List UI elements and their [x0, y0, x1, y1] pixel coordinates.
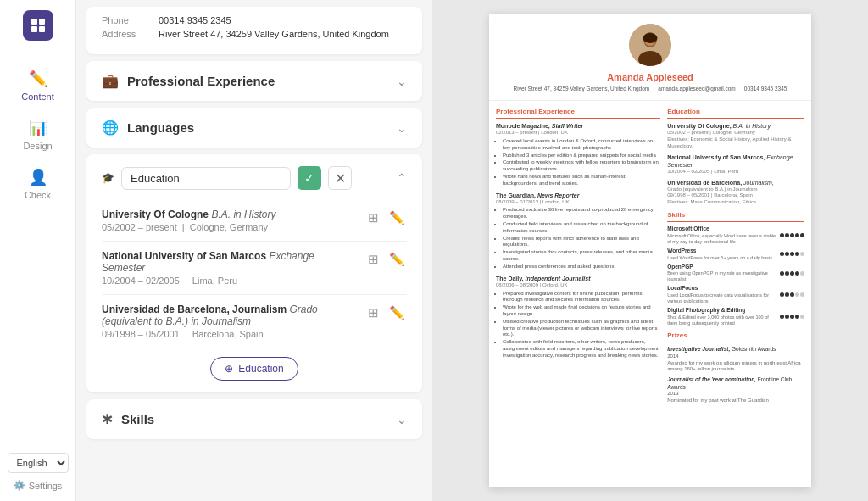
resume-prizes-title: Prizes	[667, 331, 804, 342]
settings-item[interactable]: ⚙️ Settings	[14, 480, 63, 491]
education-collapse-button[interactable]: ⌃	[397, 171, 407, 185]
resume-edu-title: Education	[667, 108, 804, 119]
add-icon: ⊕	[225, 363, 233, 375]
sidebar-item-check-label: Check	[25, 190, 51, 200]
skills-section: ✱ Skills ⌄	[86, 399, 422, 439]
languages-section: 🌐 Languages ⌄	[86, 108, 422, 148]
address-value: River Street 47, 34259 Valley Gardens, U…	[159, 29, 389, 39]
resume-skill-4: Digital Photography & EditingShot & Edit…	[667, 307, 804, 326]
resume-job-2-bullet-3: Collaborated with field reporters, other…	[503, 339, 660, 359]
resume-skill-4-dot-0	[780, 315, 784, 319]
resume-job-1-bullets: Produced exclusive 30 live reports and c…	[496, 207, 660, 270]
resume-right-column: Education University Of Cologne, B.A. in…	[667, 108, 804, 408]
resume-skill-0-dot-4	[800, 233, 804, 237]
resume-prize-1: Journalist of the Year nomination, Front…	[667, 376, 804, 404]
resume-job-1-dates: 08/2009 – 01/2013 | London, UK	[496, 199, 660, 206]
resume-skill-1-dot-4	[800, 252, 804, 256]
resume-edu-2-school: Universidad de Barcelona, Journalism,	[667, 179, 804, 186]
resume-skill-4-desc: Shot & Edited over 3,000 photos with ove…	[667, 315, 780, 326]
resume-skill-0-dot-2	[790, 233, 794, 237]
edu-entry-0-edit-button[interactable]: ✏️	[387, 209, 407, 227]
resume-skill-1-dot-0	[780, 252, 784, 256]
sidebar-item-content[interactable]: ✏️ Content	[0, 61, 75, 110]
resume-skill-3-dot-4	[800, 292, 804, 297]
education-header-left: 🎓 ✓ ✕	[102, 166, 352, 190]
resume-skill-1-desc: Used WordPress for over 5+ years on a da…	[667, 255, 772, 261]
edu-entry-0-actions: ⊞ ✏️	[366, 209, 407, 227]
graduation-icon: 🎓	[102, 172, 114, 184]
skills-header[interactable]: ✱ Skills ⌄	[102, 411, 407, 427]
edu-entry-1-edit-button[interactable]: ✏️	[387, 250, 407, 269]
education-confirm-button[interactable]: ✓	[298, 166, 321, 190]
resume-edu-2-school-name: Universidad de Barcelona,	[667, 180, 742, 186]
resume-job-0-bullet-1: Published 3 articles per edition & prepa…	[503, 153, 660, 159]
sidebar-item-design[interactable]: 📊 Design	[0, 110, 75, 159]
resume-job-0-role: Staff Writer	[552, 123, 583, 129]
resume-prize-0-desc: Awarded for my work on silicium miners i…	[667, 360, 804, 374]
education-section-header: 🎓 ✓ ✕ ⌃	[102, 166, 407, 190]
resume-job-2-dates: 08/2006 – 08/2009 | Oxford, UK	[496, 282, 660, 289]
edu-entry-0-text: University Of Cologne B.A. in History 05…	[102, 209, 358, 232]
resume-skill-4-dot-4	[800, 315, 804, 319]
edu-entry-1-date: 10/2004 – 02/2005	[102, 276, 180, 286]
check-icon: 👤	[29, 168, 47, 186]
avatar	[629, 24, 671, 66]
resume-job-2-bullets: Prepared investigative content for onlin…	[496, 291, 660, 359]
resume-job-2-title: The Daily, Independent Journalist	[496, 275, 660, 282]
education-close-button[interactable]: ✕	[328, 166, 352, 190]
edu-entry-2-edit-button[interactable]: ✏️	[387, 303, 407, 322]
edu-entry-1-school: National University of San Marcos	[102, 250, 266, 262]
edu-entry-1-meta: 10/2004 – 02/2005 | Lima, Peru	[102, 276, 358, 286]
resume-body: Professional Experience Monocle Magazine…	[489, 101, 811, 415]
resume-job-1-bullet-1: Conducted field interviews and researche…	[503, 221, 660, 235]
resume-prof-exp-title: Professional Experience	[496, 108, 660, 119]
edu-entry-2-drag-button[interactable]: ⊞	[366, 303, 381, 322]
language-select[interactable]: English	[8, 453, 69, 473]
resume-skill-3-dot-1	[785, 292, 789, 297]
resume-job-2-bullet-0: Prepared investigative content for onlin…	[503, 291, 660, 304]
personal-info-card: Phone 00314 9345 2345 Address River Stre…	[86, 7, 422, 54]
resume-skill-4-dot-1	[785, 315, 789, 319]
resume-skill-2-dot-1	[785, 271, 789, 276]
professional-experience-header[interactable]: 💼 Professional Experience ⌄	[102, 73, 407, 89]
resume-job-1-bullet-4: Attended press conferences and asked que…	[503, 264, 660, 270]
resume-job-0: Monocle Magazine, Staff Writer 02/2013 –…	[496, 122, 660, 186]
edu-entry-0-drag-button[interactable]: ⊞	[366, 209, 381, 227]
resume-job-0-dates: 02/2013 – present | London, UK	[496, 130, 660, 136]
sidebar-item-check[interactable]: 👤 Check	[0, 159, 75, 209]
education-title-input[interactable]	[121, 167, 291, 190]
add-education-button[interactable]: ⊕ Education	[210, 357, 298, 381]
resume-phone: 00314 9345 2345	[744, 86, 787, 92]
professional-experience-header-left: 💼 Professional Experience	[102, 73, 275, 89]
resume-header: Amanda Appleseed River Street 47, 34259 …	[489, 14, 811, 101]
resume-job-0-bullet-0: Covered local events in London & Oxford,…	[503, 138, 660, 152]
resume-edu-0-school-name: University Of Cologne,	[667, 123, 731, 129]
svg-point-8	[643, 33, 658, 43]
resume-edu-1-school-name: National University of San Marcos,	[667, 154, 765, 160]
edu-entry-2-actions: ⊞ ✏️	[366, 303, 407, 322]
resume-skill-1-dots	[780, 252, 804, 256]
resume-job-0-bullet-2: Contributed to weekly meetings with fell…	[503, 159, 660, 173]
resume-job-2-bullet-1: Wrote for the web and made final decisio…	[503, 304, 660, 318]
resume-skill-1-dot-2	[790, 252, 794, 256]
edu-entry-1-drag-button[interactable]: ⊞	[366, 250, 381, 269]
preview-panel: Amanda Appleseed River Street 47, 34259 …	[432, 0, 868, 501]
resume-prize-1-year: 2013	[667, 391, 804, 398]
resume-job-1-bullet-3: Investigated stories thru contacts, pres…	[503, 249, 660, 263]
add-education-label: Education	[238, 363, 283, 375]
resume-paper: Amanda Appleseed River Street 47, 34259 …	[489, 14, 811, 487]
briefcase-icon: 💼	[102, 73, 119, 89]
resume-skill-3-name: LocalFocus	[667, 285, 780, 292]
resume-skill-0-dots	[780, 233, 804, 237]
resume-prize-0: Investigative Journalist, Goldsmith Awar…	[667, 346, 804, 373]
content-icon: ✏️	[29, 70, 47, 88]
resume-edu-0-meta: 05/2002 – present | Cologne, Germany	[667, 130, 804, 136]
editor-panel: Phone 00314 9345 2345 Address River Stre…	[76, 0, 432, 501]
resume-edu-1-school: National University of San Marcos, Excha…	[667, 153, 804, 169]
resume-skill-2-name: OpenPGP	[667, 264, 780, 270]
resume-prize-1-desc: Nominated for my past work at The Guardi…	[667, 398, 804, 404]
resume-prizes-list: Investigative Journalist, Goldsmith Awar…	[667, 346, 804, 404]
languages-header[interactable]: 🌐 Languages ⌄	[102, 120, 407, 136]
resume-left-column: Professional Experience Monocle Magazine…	[496, 108, 660, 408]
resume-skill-3-desc: Used LocalFocus to create data visualisa…	[667, 292, 780, 304]
